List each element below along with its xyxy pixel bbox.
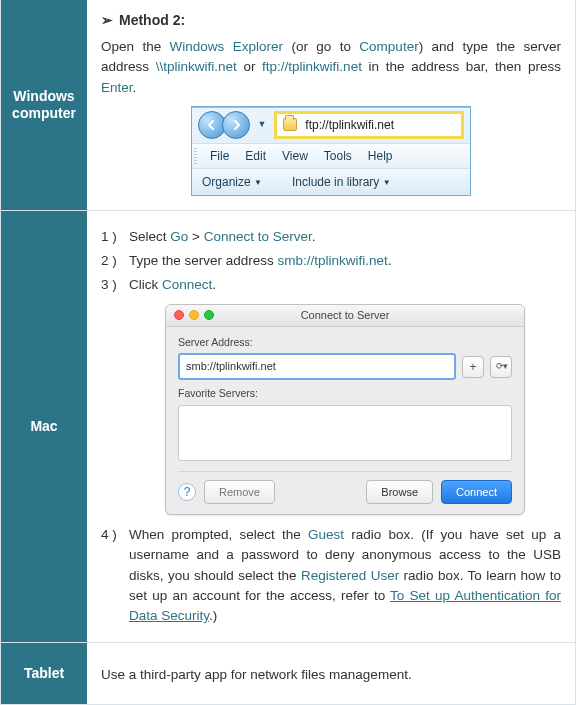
instruction-table: Windows computer ➢Method 2: Open the Win… (0, 0, 576, 705)
link-connect[interactable]: Connect (162, 277, 212, 292)
windows-explorer-screenshot: ▼ File Edit View Tools Help (101, 106, 561, 196)
remove-button[interactable]: Remove (204, 480, 275, 505)
chevron-down-icon: ▼ (254, 178, 262, 187)
minimize-icon[interactable] (189, 310, 199, 320)
tablet-text: Use a third-party app for network files … (101, 665, 412, 685)
row-mac: Mac 1 ) Select Go > Connect to Server. 2… (1, 210, 575, 643)
link-connect-to-server[interactable]: Connect to Server (204, 229, 312, 244)
step-4: 4 ) When prompted, select the Guest radi… (101, 525, 561, 626)
menu-bar: File Edit View Tools Help (192, 143, 470, 169)
menu-view[interactable]: View (282, 147, 308, 165)
method-heading: ➢Method 2: (101, 10, 561, 31)
address-bar[interactable] (274, 111, 464, 139)
mac-steps-cont: 4 ) When prompted, select the Guest radi… (101, 525, 561, 626)
row-label-windows: Windows computer (1, 0, 87, 210)
step-3: 3 ) Click Connect. (101, 275, 561, 295)
dialog-title: Connect to Server (301, 307, 390, 324)
row-tablet: Tablet Use a third-party app for network… (1, 642, 575, 704)
link-unc-address[interactable]: \\tplinkwifi.net (156, 59, 237, 74)
link-go[interactable]: Go (170, 229, 188, 244)
chevron-down-icon: ▼ (383, 178, 391, 187)
favorite-servers-label: Favorite Servers: (178, 386, 512, 402)
windows-paragraph: Open the Windows Explorer (or go to Comp… (101, 37, 561, 98)
link-registered-user[interactable]: Registered User (301, 568, 399, 583)
step-1: 1 ) Select Go > Connect to Server. (101, 227, 561, 247)
dialog-body: Server Address: smb://tplinkwifi.net + ⟳… (166, 327, 524, 515)
link-guest[interactable]: Guest (308, 527, 344, 542)
command-bar: Organize ▼ Include in library ▼ (192, 169, 470, 195)
dialog-footer: ? Remove Browse Connect (178, 471, 512, 505)
step-num-4: 4 ) (101, 525, 117, 545)
nav-dropdown-icon[interactable]: ▼ (254, 111, 270, 139)
help-button[interactable]: ? (178, 483, 196, 501)
maximize-icon[interactable] (204, 310, 214, 320)
menu-file[interactable]: File (210, 147, 229, 165)
menu-help[interactable]: Help (368, 147, 393, 165)
dialog-titlebar: Connect to Server (166, 305, 524, 327)
server-address-input[interactable]: smb://tplinkwifi.net (178, 353, 456, 380)
explorer-toolbar: ▼ (192, 107, 470, 143)
cell-tablet: Use a third-party app for network files … (87, 643, 575, 704)
server-address-label: Server Address: (178, 335, 512, 351)
chevron-icon: ➢ (101, 12, 113, 28)
row-label-mac: Mac (1, 211, 87, 643)
step-num-2: 2 ) (101, 251, 117, 271)
connect-to-server-dialog: Connect to Server Server Address: smb://… (165, 304, 525, 516)
link-smb-address[interactable]: smb://tplinkwifi.net (278, 253, 388, 268)
close-icon[interactable] (174, 310, 184, 320)
organize-button[interactable]: Organize ▼ (202, 173, 262, 191)
server-address-row: smb://tplinkwifi.net + ⟳▾ (178, 353, 512, 380)
menu-tools[interactable]: Tools (324, 147, 352, 165)
method-title: Method 2: (119, 12, 185, 28)
window-controls (174, 310, 214, 320)
step-2: 2 ) Type the server address smb://tplink… (101, 251, 561, 271)
mac-steps: 1 ) Select Go > Connect to Server. 2 ) T… (101, 227, 561, 296)
include-in-library-button[interactable]: Include in library ▼ (292, 173, 391, 191)
cell-windows: ➢Method 2: Open the Windows Explorer (or… (87, 0, 575, 210)
address-input[interactable] (303, 117, 455, 133)
step-num-1: 1 ) (101, 227, 117, 247)
explorer-window: ▼ File Edit View Tools Help (191, 106, 471, 196)
nav-buttons (198, 111, 250, 139)
link-computer[interactable]: Computer (359, 39, 418, 54)
cell-mac: 1 ) Select Go > Connect to Server. 2 ) T… (87, 211, 575, 643)
link-windows-explorer[interactable]: Windows Explorer (170, 39, 283, 54)
mac-dialog-screenshot: Connect to Server Server Address: smb://… (129, 304, 561, 516)
history-button[interactable]: ⟳▾ (490, 356, 512, 378)
step-num-3: 3 ) (101, 275, 117, 295)
link-enter-key[interactable]: Enter (101, 80, 133, 95)
forward-button-icon[interactable] (222, 111, 250, 139)
connect-button[interactable]: Connect (441, 480, 512, 505)
add-server-button[interactable]: + (462, 356, 484, 378)
folder-icon (283, 118, 297, 131)
favorite-servers-list[interactable] (178, 405, 512, 461)
browse-button[interactable]: Browse (366, 480, 433, 505)
link-ftp-address[interactable]: ftp://tplinkwifi.net (262, 59, 362, 74)
menu-edit[interactable]: Edit (245, 147, 266, 165)
row-label-tablet: Tablet (1, 643, 87, 704)
row-windows: Windows computer ➢Method 2: Open the Win… (1, 0, 575, 210)
